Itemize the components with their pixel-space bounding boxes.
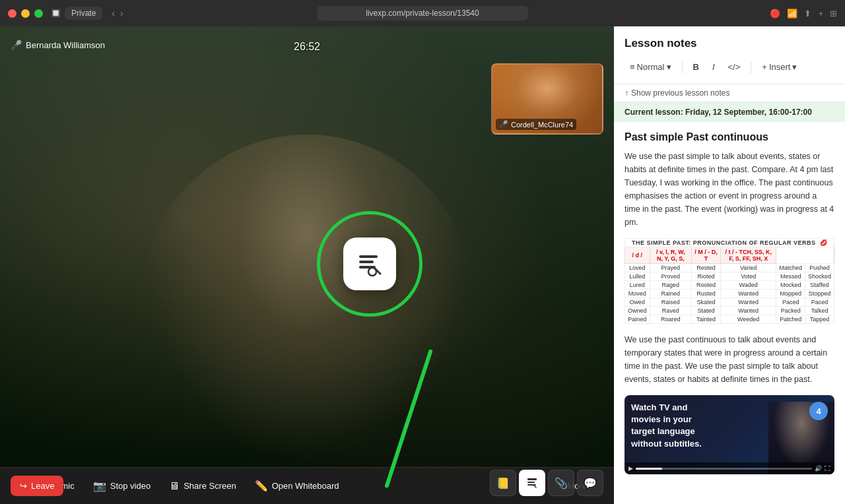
- code-button[interactable]: </>: [723, 59, 746, 75]
- panel-content[interactable]: Past simple Past continuous We use the p…: [614, 122, 845, 504]
- thumb-volume-icon[interactable]: 🔊: [815, 465, 822, 472]
- table-cell: Rooted: [692, 281, 721, 290]
- table-cell: Patched: [776, 315, 805, 324]
- url-text: livexp.com/private-lesson/13540: [366, 9, 479, 18]
- table-cell: Stopped: [805, 290, 834, 298]
- notebook-icon[interactable]: 📒: [490, 470, 516, 496]
- italic-button[interactable]: I: [707, 59, 720, 75]
- back-icon[interactable]: ‹: [112, 8, 115, 18]
- show-previous-button[interactable]: ↑ Show previous lesson notes: [614, 84, 845, 102]
- table-cell: Packed: [776, 307, 805, 315]
- table-cell: Lulled: [625, 272, 650, 281]
- video-thumb-badge: 4: [809, 402, 828, 420]
- small-video-thumbnail: 🎤 Cordell_McClure74: [491, 63, 603, 135]
- table-cell: Mocked: [776, 281, 805, 290]
- mic-icon: 🎤: [499, 120, 508, 129]
- lesson-paragraph-2: We use the past continuous to talk about…: [625, 333, 834, 386]
- notes-icon[interactable]: [519, 470, 545, 496]
- table-cell: Shocked: [805, 272, 834, 281]
- table-cell: Rioted: [692, 272, 721, 281]
- format-normal-button[interactable]: ≡ Normal ▾: [625, 59, 677, 75]
- table-cell: Waded: [720, 281, 776, 290]
- leave-button[interactable]: ↪ Leave: [11, 476, 63, 496]
- share-screen-icon: 🖥: [169, 480, 180, 492]
- table-cell: Rusted: [692, 290, 721, 298]
- table-cell: Pushed: [805, 264, 834, 272]
- col-header-d: / d /: [625, 247, 650, 264]
- nav-arrows: ‹ ›: [112, 8, 123, 18]
- col-header-v: / v, l, R, W, N, Y, G, S,: [650, 247, 692, 264]
- plus-icon: +: [762, 62, 767, 72]
- video-thumbnail[interactable]: Watch TV and movies in your target langu…: [625, 395, 834, 474]
- col-header-id: / t / - TCH, SS, K, F, S, FF, SH, X: [720, 247, 776, 264]
- table-cell: Pained: [625, 315, 650, 324]
- leave-icon: ↪: [20, 481, 27, 491]
- fullscreen-button[interactable]: [34, 9, 43, 18]
- svg-rect-0: [359, 255, 378, 258]
- stop-video-button[interactable]: 📷 Stop video: [84, 476, 160, 496]
- minimize-button[interactable]: [21, 9, 30, 18]
- table-cell: Staffed: [805, 281, 834, 290]
- forward-icon[interactable]: ›: [120, 8, 123, 18]
- table-cell: Matched: [776, 264, 805, 272]
- table-cell: Owned: [625, 307, 650, 315]
- table-cell: Moved: [625, 290, 650, 298]
- cursor-icon: [343, 237, 396, 290]
- open-whiteboard-button[interactable]: ✏️ Open Whiteboard: [246, 476, 349, 496]
- table-cell: Wanted: [720, 298, 776, 307]
- table-cell: Skated: [692, 298, 721, 307]
- share-icon[interactable]: ⬆: [804, 9, 811, 18]
- share-screen-button[interactable]: 🖥 Share Screen: [160, 476, 246, 496]
- current-lesson-bar: Current lesson: Friday, 12 September, 16…: [614, 102, 845, 122]
- bold-button[interactable]: B: [688, 59, 704, 75]
- table-cell: Messed: [776, 272, 805, 281]
- table-cell: Weeded: [720, 315, 776, 324]
- title-bar: 🔲 Private ‹ › livexp.com/private-lesson/…: [0, 0, 845, 26]
- new-tab-icon[interactable]: +: [818, 9, 823, 18]
- thumb-play-icon[interactable]: ▶: [628, 465, 633, 472]
- attachment-icon[interactable]: 📎: [548, 470, 574, 496]
- participant-name-text: Bernarda Williamson: [26, 40, 105, 50]
- wifi-icon: 📶: [787, 9, 797, 18]
- editor-toolbar: ≡ Normal ▾ B I </> + Insert ▾: [625, 57, 834, 77]
- tab-icon: 🔲: [51, 9, 61, 18]
- table-cell: Tainted: [692, 315, 721, 324]
- main-container: 26:52 🎤 Bernarda Williamson 🎤 Cordell_Mc…: [0, 26, 845, 504]
- video-timer: 26:52: [294, 41, 320, 53]
- hamburger-icon: ≡: [630, 62, 635, 72]
- participant-name: 🎤 Bernarda Williamson: [11, 40, 105, 50]
- grid-icon[interactable]: ⊞: [830, 9, 837, 18]
- url-bar[interactable]: livexp.com/private-lesson/13540: [317, 6, 528, 20]
- tab-label: Private: [71, 9, 96, 18]
- title-bar-right: 🔴 📶 ⬆ + ⊞: [770, 9, 837, 18]
- video-thumb-controls: ▶ 🔊 ⛶: [625, 462, 834, 474]
- tab-private[interactable]: Private: [65, 7, 102, 20]
- tab-area: 🔲 Private ‹ ›: [51, 7, 123, 20]
- bottom-toolbar: 📒 📎 💬: [490, 470, 603, 496]
- main-video: 26:52 🎤 Bernarda Williamson 🎤 Cordell_Mc…: [0, 26, 614, 504]
- pronunciation-title: THE SIMPLE PAST: PRONUNCIATION OF REGULA…: [625, 239, 834, 247]
- thumb-fullscreen-icon[interactable]: ⛶: [825, 465, 830, 472]
- svg-rect-6: [527, 484, 536, 486]
- person-silhouette: [142, 135, 472, 464]
- video-thumb-text: Watch TV and movies in your target langu…: [631, 402, 710, 450]
- video-area: 26:52 🎤 Bernarda Williamson 🎤 Cordell_Mc…: [0, 26, 614, 504]
- battery-icon: 🔴: [770, 9, 780, 18]
- table-cell: Raged: [650, 281, 692, 290]
- svg-rect-5: [527, 482, 535, 483]
- table-cell: Mopped: [776, 290, 805, 298]
- table-cell: Owed: [625, 298, 650, 307]
- table-cell: Voted: [720, 272, 776, 281]
- insert-button[interactable]: + Insert ▾: [757, 59, 802, 75]
- table-cell: Stated: [692, 307, 721, 315]
- small-video-name: 🎤 Cordell_McClure74: [496, 119, 576, 130]
- chat-icon[interactable]: 💬: [577, 470, 603, 496]
- table-cell: Lured: [625, 281, 650, 290]
- close-button[interactable]: [8, 9, 17, 18]
- table-cell: Wanted: [720, 307, 776, 315]
- toolbar-separator: [682, 61, 683, 73]
- thumb-progress-bar: [636, 468, 812, 470]
- format-dropdown-icon: ▾: [667, 62, 671, 72]
- table-cell: Talked: [805, 307, 834, 315]
- lesson-heading: Past simple Past continuous: [625, 131, 834, 143]
